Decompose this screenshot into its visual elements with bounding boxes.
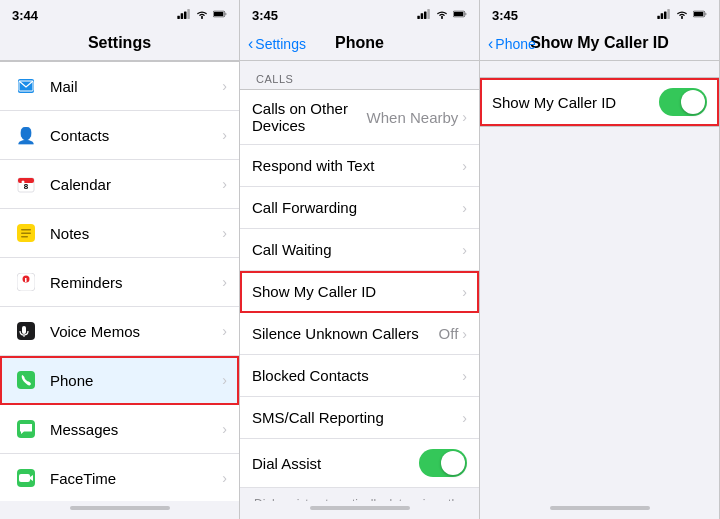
notes-label: Notes: [50, 225, 222, 242]
settings-item-messages[interactable]: Messages›: [0, 405, 239, 454]
dial-assist-toggle[interactable]: [419, 449, 467, 477]
phone-chevron: ›: [222, 372, 227, 388]
nav-bar-1: Settings: [0, 28, 239, 61]
status-bar-1: 3:44: [0, 0, 239, 28]
respond-text-label: Respond with Text: [252, 157, 462, 174]
svg-rect-55: [657, 16, 660, 19]
phone-item-respond-text[interactable]: Respond with Text›: [240, 145, 479, 187]
back-label-2: Settings: [255, 36, 306, 52]
messages-icon: [12, 415, 40, 443]
svg-rect-50: [424, 12, 427, 20]
svg-rect-6: [214, 12, 224, 16]
wifi-icon-3: [675, 9, 689, 21]
contacts-label: Contacts: [50, 127, 222, 144]
settings-item-contacts[interactable]: 👤Contacts›: [0, 111, 239, 160]
settings-item-phone[interactable]: Phone›: [0, 356, 239, 405]
settings-item-reminders[interactable]: Reminders›: [0, 258, 239, 307]
home-indicator-2: [240, 501, 479, 519]
facetime-chevron: ›: [222, 470, 227, 486]
svg-rect-14: [21, 229, 31, 231]
panel-phone: 3:45: [240, 0, 480, 519]
back-button-2[interactable]: ‹ Settings: [248, 35, 306, 53]
home-bar-2: [310, 506, 410, 510]
caller-id-content: Show My Caller ID: [480, 61, 719, 501]
svg-rect-58: [667, 9, 670, 19]
phone-item-blocked-contacts[interactable]: Blocked Contacts›: [240, 355, 479, 397]
phone-item-call-waiting[interactable]: Call Waiting›: [240, 229, 479, 271]
settings-item-voicememos[interactable]: Voice Memos›: [0, 307, 239, 356]
back-label-3: Phone: [495, 36, 535, 52]
battery-icon-2: [453, 9, 467, 21]
status-time-3: 3:45: [492, 8, 518, 23]
signal-icon-3: [657, 9, 671, 21]
blocked-contacts-chevron: ›: [462, 368, 467, 384]
svg-rect-51: [427, 9, 430, 19]
sms-reporting-chevron: ›: [462, 410, 467, 426]
phone-settings-content: CALLS Calls on Other DevicesWhen Nearby›…: [240, 61, 479, 501]
show-caller-id-label: Show My Caller ID: [492, 94, 659, 111]
status-icons-1: [177, 9, 227, 21]
contacts-icon: 👤: [12, 121, 40, 149]
dial-assist-label: Dial Assist: [252, 455, 419, 472]
phone-item-dial-assist[interactable]: Dial Assist: [240, 439, 479, 488]
sms-reporting-label: SMS/Call Reporting: [252, 409, 462, 426]
signal-icon: [177, 9, 191, 21]
nav-bar-3: ‹ Phone Show My Caller ID: [480, 28, 719, 61]
svg-rect-54: [454, 12, 464, 16]
svg-rect-5: [225, 13, 226, 15]
svg-rect-60: [705, 13, 706, 15]
battery-icon: [213, 9, 227, 21]
settings-item-mail[interactable]: Mail›: [0, 62, 239, 111]
blocked-contacts-label: Blocked Contacts: [252, 367, 462, 384]
svg-rect-20: [25, 281, 27, 283]
phone-icon: [12, 366, 40, 394]
mail-chevron: ›: [222, 78, 227, 94]
svg-rect-2: [184, 12, 187, 20]
phone-item-show-caller-id[interactable]: Show My Caller ID›: [240, 271, 479, 313]
caller-id-group: Show My Caller ID: [480, 77, 719, 127]
respond-text-chevron: ›: [462, 158, 467, 174]
facetime-icon: [12, 464, 40, 492]
mail-label: Mail: [50, 78, 222, 95]
phone-item-call-forwarding[interactable]: Call Forwarding›: [240, 187, 479, 229]
back-chevron-3: ‹: [488, 35, 493, 53]
show-caller-id-row[interactable]: Show My Caller ID: [480, 78, 719, 126]
show-caller-id-toggle[interactable]: [659, 88, 707, 116]
status-time-2: 3:45: [252, 8, 278, 23]
settings-item-notes[interactable]: Notes›: [0, 209, 239, 258]
phone-item-silence-unknown[interactable]: Silence Unknown CallersOff›: [240, 313, 479, 355]
contacts-chevron: ›: [222, 127, 227, 143]
settings-item-calendar[interactable]: 8Calendar›: [0, 160, 239, 209]
settings-items-group: Mail›👤Contacts›8Calendar›Notes›Reminders…: [0, 61, 239, 501]
status-bar-2: 3:45: [240, 0, 479, 28]
panel-caller-id: 3:45: [480, 0, 720, 519]
svg-rect-16: [21, 236, 28, 238]
svg-rect-22: [24, 335, 25, 337]
call-forwarding-label: Call Forwarding: [252, 199, 462, 216]
battery-icon-3: [693, 9, 707, 21]
back-chevron-2: ‹: [248, 35, 253, 53]
silence-unknown-chevron: ›: [462, 326, 467, 342]
voicememos-chevron: ›: [222, 323, 227, 339]
reminders-icon: [12, 268, 40, 296]
notes-chevron: ›: [222, 225, 227, 241]
back-button-3[interactable]: ‹ Phone: [488, 35, 536, 53]
phone-item-calls-other-devices[interactable]: Calls on Other DevicesWhen Nearby›: [240, 90, 479, 145]
voicememos-label: Voice Memos: [50, 323, 222, 340]
settings-list: Mail›👤Contacts›8Calendar›Notes›Reminders…: [0, 61, 239, 501]
settings-item-facetime[interactable]: FaceTime›: [0, 454, 239, 501]
silence-unknown-label: Silence Unknown Callers: [252, 325, 439, 342]
svg-text:8: 8: [24, 182, 29, 191]
phone-item-sms-reporting[interactable]: SMS/Call Reporting›: [240, 397, 479, 439]
svg-rect-49: [421, 13, 424, 19]
wifi-icon: [195, 9, 209, 21]
calls-other-devices-label: Calls on Other Devices: [252, 100, 367, 134]
wifi-icon-2: [435, 9, 449, 21]
show-caller-id-chevron: ›: [462, 284, 467, 300]
status-icons-3: [657, 9, 707, 21]
status-icons-2: [417, 9, 467, 21]
call-waiting-chevron: ›: [462, 242, 467, 258]
reminders-label: Reminders: [50, 274, 222, 291]
phone-item-dial-assist-desc: Dial assist automatically determines the…: [240, 488, 479, 501]
messages-label: Messages: [50, 421, 222, 438]
